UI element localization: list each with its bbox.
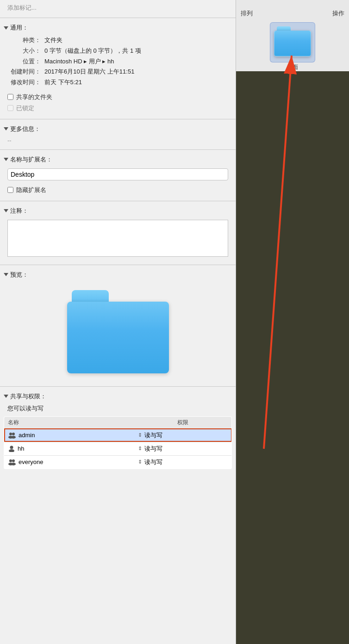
person-icon [8, 446, 15, 452]
permission-value-cell: ⇕读与写 [134, 428, 231, 442]
permission-username: everyone [19, 458, 43, 465]
add-tag-section: 添加标记... [0, 0, 236, 18]
general-section-title: 通用： [10, 24, 28, 32]
permission-name-cell: hh [4, 442, 135, 455]
you-can-label: 您可以读与写 [0, 402, 236, 416]
preview-triangle-icon [4, 273, 8, 276]
sort-col-label: 排列 [241, 9, 253, 18]
general-section-content: 种类： 文件夹 大小： 0 字节（磁盘上的 0 字节），共 1 项 位置： Ma… [0, 34, 236, 90]
permission-text: 读与写 [144, 431, 162, 440]
col-permission-header: 权限 [134, 416, 231, 428]
modified-label: 修改时间： [7, 78, 41, 87]
shared-folder-label: 共享的文件夹 [16, 93, 52, 101]
folder-selection-highlight [270, 22, 315, 62]
desktop-folder-item[interactable]: 桌面 [270, 22, 315, 71]
notes-section: 注释： [0, 201, 236, 265]
sharing-triangle-icon [4, 395, 8, 398]
sharing-section: 共享与权限： 您可以读与写 名称 权限 admin⇕读与写 [0, 387, 236, 473]
created-row: 创建时间： 2017年6月10日 星期六 上午11:51 [7, 67, 232, 77]
preview-section-header[interactable]: 预览： [0, 269, 236, 281]
created-label: 创建时间： [7, 67, 41, 77]
general-section: 通用： 种类： 文件夹 大小： 0 字节（磁盘上的 0 字节），共 1 项 位置… [0, 18, 236, 119]
right-panel-column-labels: 排列 操作 [236, 9, 349, 18]
size-value: 0 字节（磁盘上的 0 字节），共 1 项 [44, 46, 232, 56]
hide-extension-row: 隐藏扩展名 [7, 186, 228, 194]
name-section-header[interactable]: 名称与扩展名： [0, 154, 236, 166]
permission-value-cell: ⇕读与写 [134, 442, 231, 455]
name-section-title: 名称与扩展名： [10, 155, 52, 164]
add-tag-placeholder: 添加标记... [7, 4, 37, 11]
permission-row[interactable]: hh⇕读与写 [4, 442, 232, 455]
right-panel: 排列 操作 桌面 [236, 0, 349, 644]
permission-row[interactable]: admin⇕读与写 [4, 428, 232, 442]
locked-checkbox[interactable] [7, 105, 13, 111]
preview-area [0, 281, 236, 383]
notes-section-header[interactable]: 注释： [0, 205, 236, 217]
info-panel: 添加标记... 通用： 种类： 文件夹 大小： 0 字节（磁盘上的 0 字节），… [0, 0, 236, 644]
kind-label: 种类： [7, 36, 41, 45]
notes-textarea[interactable] [7, 220, 228, 257]
sharing-section-header[interactable]: 共享与权限： [0, 390, 236, 402]
notes-section-title: 注释： [10, 207, 28, 215]
more-info-content: -- [0, 135, 236, 146]
location-row: 位置： Macintosh HD ▸ 用户 ▸ hh [7, 57, 232, 67]
svg-point-3 [11, 436, 16, 439]
permission-text: 读与写 [144, 458, 162, 466]
permission-value-cell: ⇕读与写 [134, 455, 231, 469]
shared-folder-checkbox[interactable] [7, 94, 13, 100]
name-section: 名称与扩展名： 隐藏扩展名 [0, 150, 236, 201]
more-info-dash: -- [7, 137, 12, 144]
col-name-header: 名称 [4, 416, 135, 428]
shared-folder-row: 共享的文件夹 [7, 93, 228, 101]
preview-section: 预览： [0, 265, 236, 387]
name-input[interactable] [7, 168, 228, 180]
location-label: 位置： [7, 57, 41, 67]
svg-point-7 [12, 459, 15, 462]
created-value: 2017年6月10日 星期六 上午11:51 [44, 67, 232, 77]
right-panel-bottom-background [236, 71, 349, 644]
group-icon [8, 432, 16, 439]
kind-value: 文件夹 [44, 36, 232, 45]
more-info-section: 更多信息： -- [0, 119, 236, 150]
svg-point-0 [9, 433, 12, 435]
perm-arrows-icon: ⇕ [138, 459, 142, 465]
location-value: Macintosh HD ▸ 用户 ▸ hh [44, 57, 232, 67]
notes-triangle-icon [4, 209, 8, 212]
perm-arrows-icon: ⇕ [138, 446, 142, 452]
main-container: 添加标记... 通用： 种类： 文件夹 大小： 0 字节（磁盘上的 0 字节），… [0, 0, 349, 644]
modified-value: 前天 下午5:21 [44, 78, 232, 87]
svg-point-1 [12, 433, 15, 435]
permission-username: admin [19, 432, 35, 439]
preview-folder-icon [67, 290, 169, 373]
desktop-folder-label: 桌面 [287, 63, 298, 71]
svg-point-6 [9, 459, 12, 462]
size-label: 大小： [7, 46, 41, 56]
general-section-header[interactable]: 通用： [0, 22, 236, 34]
modified-row: 修改时间： 前天 下午5:21 [7, 78, 232, 87]
action-col-label: 操作 [332, 9, 344, 18]
svg-point-5 [9, 449, 14, 452]
permission-username: hh [18, 445, 24, 452]
permission-name-cell: everyone [4, 455, 135, 469]
triangle-icon [4, 26, 8, 30]
svg-point-4 [10, 446, 13, 449]
perm-arrows-icon: ⇕ [138, 432, 142, 438]
size-row: 大小： 0 字节（磁盘上的 0 字节），共 1 项 [7, 46, 232, 56]
locked-row: 已锁定 [7, 104, 228, 112]
right-panel-folder-icon [274, 26, 311, 56]
more-info-header[interactable]: 更多信息： [0, 123, 236, 135]
right-panel-folder-body [274, 31, 311, 56]
name-triangle-icon [4, 158, 8, 161]
more-info-triangle-icon [4, 127, 8, 130]
kind-row: 种类： 文件夹 [7, 36, 232, 45]
more-info-title: 更多信息： [10, 125, 40, 133]
permission-row[interactable]: everyone⇕读与写 [4, 455, 232, 469]
preview-section-title: 预览： [10, 271, 28, 279]
permissions-table: 名称 权限 admin⇕读与写 hh⇕读与写 everyone [4, 416, 232, 469]
svg-point-9 [11, 463, 16, 465]
hide-extension-checkbox[interactable] [7, 187, 13, 193]
locked-label: 已锁定 [16, 104, 34, 112]
permissions-table-header-row: 名称 权限 [4, 416, 232, 428]
permission-text: 读与写 [144, 445, 162, 453]
folder-body-large [67, 302, 169, 373]
